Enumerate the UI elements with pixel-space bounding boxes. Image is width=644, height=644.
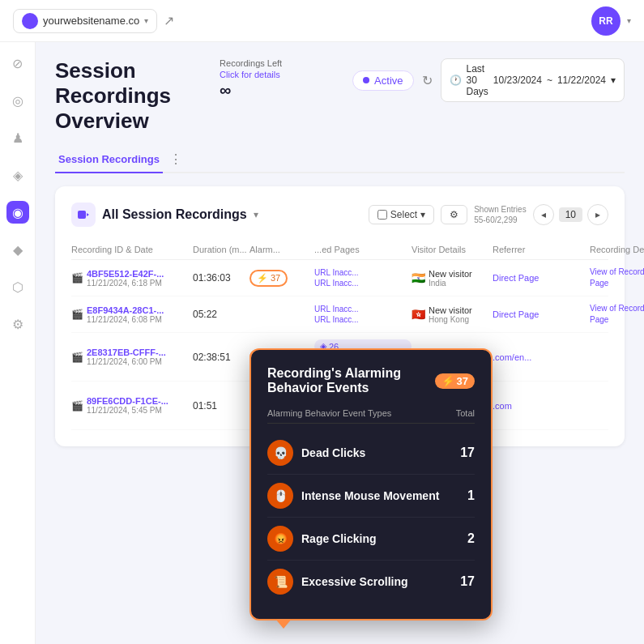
card-title: All Session Recordings	[102, 207, 247, 222]
recording-date: 11/21/2024, 6:08 PM	[87, 315, 164, 324]
date-range-to: 11/22/2024	[557, 75, 606, 86]
sidebar-item-funnel[interactable]: ◈	[6, 164, 29, 186]
col-pages: ...ed Pages	[314, 245, 412, 254]
popup-item-name: Dead Clicks	[301, 446, 365, 459]
excessive-scroll-icon: 📜	[267, 569, 293, 595]
sidebar-item-recordings[interactable]: ◉	[6, 201, 29, 224]
tab-session-recordings[interactable]: Session Recordings	[55, 147, 163, 173]
intense-mouse-icon: 🖱️	[267, 483, 293, 509]
site-dot	[22, 13, 38, 29]
popup-item-count: 1	[467, 488, 475, 503]
recordings-left-label: Recordings Left	[220, 58, 333, 68]
popup-col-event: Alarming Behavior Event Types	[267, 408, 391, 418]
filter-icon: ⚙	[450, 209, 458, 220]
referrer-cell: Direct Page	[493, 309, 590, 319]
recording-id[interactable]: 89FE6CDD-F1CE-...	[87, 396, 168, 406]
card-header: All Session Recordings ▾ Select ▾ ⚙ Show…	[71, 203, 608, 227]
page-next-button[interactable]: ▸	[587, 204, 608, 225]
visitor-cell: 🇮🇳 New visitor India	[412, 269, 493, 288]
col-alarm: Alarm...	[249, 245, 314, 254]
duration-cell: 01:51	[193, 400, 249, 412]
row-id-cell: 🎬 4BF5E512-E42F-... 11/21/2024, 6:18 PM	[71, 269, 193, 288]
tab-more-icon[interactable]: ⋮	[169, 151, 182, 167]
row-id-cell: 🎬 89FE6CDD-F1CE-... 11/21/2024, 5:45 PM	[71, 396, 193, 415]
sidebar-item-analytics[interactable]: ◎	[6, 89, 29, 112]
sidebar-item-users[interactable]: ♟	[6, 126, 29, 149]
col-recording-details: Recording Details	[590, 245, 644, 254]
recording-id[interactable]: 4BF5E512-E42F-...	[87, 269, 164, 279]
table-header: Recording ID & Date Duration (m... Alarm…	[71, 240, 608, 260]
entries-info: Shown Entries 55-60/2,299	[474, 204, 526, 225]
site-selector[interactable]: yourwebsitename.co ▾	[13, 9, 157, 33]
visitor-type: New visitor	[429, 305, 472, 315]
referrer-cell: .com/en...	[493, 352, 590, 362]
chevron-down-icon: ▾	[144, 16, 148, 25]
popup-item: 📜 Excessive Scrolling 17	[267, 561, 475, 603]
card-title-chevron-icon[interactable]: ▾	[254, 209, 258, 220]
recording-id[interactable]: E8F9434A-28C1-...	[87, 305, 164, 315]
dead-clicks-icon: 💀	[267, 440, 293, 466]
row-id-cell: 🎬 E8F9434A-28C1-... 11/21/2024, 6:08 PM	[71, 305, 193, 324]
select-checkbox[interactable]	[377, 210, 387, 220]
select-button[interactable]: Select ▾	[369, 205, 434, 224]
flag-icon: 🇮🇳	[412, 271, 425, 284]
visitor-type: New visitor	[429, 269, 472, 279]
date-range-picker[interactable]: 🕐 Last 30 Days 10/23/2024 ~ 11/22/2024 ▾	[441, 58, 625, 102]
url-2[interactable]: URL Inacc...	[314, 279, 412, 288]
popup-count-badge: ⚡ 37	[435, 373, 475, 389]
recording-id[interactable]: 2E8317EB-CFFF-...	[87, 348, 166, 357]
duration-cell: 02:38:51	[193, 352, 249, 363]
sidebar: ⊘ ◎ ♟ ◈ ◉ ◆ ⬡ ⚙	[0, 42, 36, 644]
recordings-box-icon	[71, 203, 96, 227]
avatar[interactable]: RR	[591, 6, 621, 36]
popup-item-name: Rage Clicking	[301, 532, 377, 545]
filter-button[interactable]: ⚙	[441, 205, 467, 224]
col-referrer: Referrer	[493, 245, 590, 254]
col-duration: Duration (m...	[193, 245, 249, 254]
sidebar-item-home[interactable]: ⊘	[6, 52, 29, 75]
sidebar-item-shield[interactable]: ⬡	[6, 275, 29, 298]
referrer-cell: Direct Page	[493, 273, 590, 283]
alarm-badge-highlighted[interactable]: ⚡ 37	[249, 270, 288, 287]
calendar-icon: 🕐	[450, 75, 462, 86]
sidebar-item-heatmap[interactable]: ◆	[6, 238, 29, 261]
card-actions: Select ▾ ⚙ Shown Entries 55-60/2,299 ◂ 1…	[369, 204, 608, 225]
date-range-separator: ~	[547, 75, 552, 86]
popup-item: 🖱️ Intense Mouse Movement 1	[267, 475, 475, 518]
page-prev-button[interactable]: ◂	[533, 204, 554, 225]
popup-arrow	[275, 619, 292, 629]
referrer-cell: .com	[493, 401, 590, 411]
url-cell: URL Inacc... URL Inacc...	[314, 305, 412, 324]
alarm-cell: ⚡ 37	[249, 270, 314, 287]
active-badge[interactable]: Active	[352, 70, 413, 91]
date-range-label: Last 30 Days	[467, 63, 488, 97]
popup-item-count: 17	[460, 574, 475, 589]
url-1[interactable]: URL Inacc...	[314, 305, 412, 313]
sidebar-item-settings[interactable]: ⚙	[6, 313, 29, 335]
top-nav: yourwebsitename.co ▾ ↗ RR ▾	[0, 0, 644, 42]
page-header: Session Recordings Overview Recordings L…	[55, 58, 625, 134]
row-id-cell: 🎬 2E8317EB-CFFF-... 11/21/2024, 6:00 PM	[71, 348, 193, 366]
popup-item: 😡 Rage Clicking 2	[267, 518, 475, 561]
popup-item-count: 17	[460, 446, 475, 460]
recording-date: 11/21/2024, 5:45 PM	[87, 406, 168, 415]
recordings-left-link[interactable]: Click for details	[220, 70, 333, 79]
flag-icon: 🇭🇰	[412, 308, 425, 321]
popup-item-left: 💀 Dead Clicks	[267, 440, 365, 466]
refresh-icon[interactable]: ↻	[422, 73, 433, 88]
recording-date: 11/21/2024, 6:00 PM	[87, 357, 166, 366]
main-content: Session Recordings Overview Recordings L…	[36, 42, 644, 644]
table-row: 🎬 E8F9434A-28C1-... 11/21/2024, 6:08 PM …	[71, 296, 608, 333]
popup-item-name: Intense Mouse Movement	[301, 489, 439, 502]
recording-date: 11/21/2024, 6:18 PM	[87, 279, 164, 288]
popup-item-count: 2	[467, 531, 475, 546]
external-link-icon[interactable]: ↗	[164, 13, 174, 28]
popup-item: 💀 Dead Clicks 17	[267, 432, 475, 475]
url-1[interactable]: URL Inacc...	[314, 268, 412, 277]
popup-item-left: 🖱️ Intense Mouse Movement	[267, 483, 439, 509]
url-2[interactable]: URL Inacc...	[314, 315, 412, 324]
page-size-selector[interactable]: 10	[559, 207, 582, 222]
recordings-left-value: ∞	[220, 81, 333, 100]
top-nav-right: RR ▾	[591, 6, 631, 36]
rec-details-cell: View of Recording's Entry Page	[590, 303, 644, 326]
